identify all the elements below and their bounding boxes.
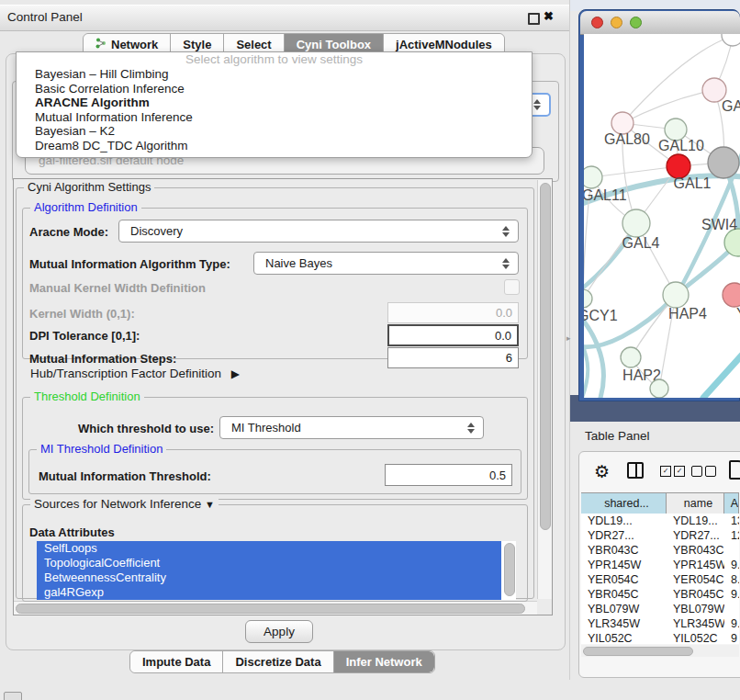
manual-kernel-label: Manual Kernel Width Definition <box>29 281 206 295</box>
dpi-tolerance-field[interactable]: 0.0 <box>387 324 519 346</box>
kernel-width-field[interactable]: 0.0 <box>387 302 519 323</box>
table-row[interactable]: YBR045CYBR045C9. <box>581 587 739 602</box>
dpi-tolerance-label: DPI Tolerance [0,1]: <box>29 329 140 343</box>
control-panel-window: Control Panel ✖ NetworkStyleSelectCyni T… <box>0 0 570 680</box>
table-cell: YIL052C <box>667 631 724 644</box>
table-row[interactable]: YER054CYER054C8. <box>581 572 739 587</box>
table-cell <box>724 543 739 558</box>
attribute-item[interactable]: SelfLoops <box>37 541 516 556</box>
tab-label: Select <box>236 38 271 51</box>
table-row[interactable]: YPR145WYPR145W9. <box>581 558 739 572</box>
network-node[interactable] <box>650 379 668 398</box>
network-node[interactable] <box>722 34 740 46</box>
table-header: shared...nameA <box>581 492 739 514</box>
data-attributes-list[interactable]: SelfLoopsTopologicalCoefficientBetweenne… <box>37 541 516 600</box>
splitter-arrow-icon[interactable]: ▸ <box>566 333 571 343</box>
screen: Control Panel ✖ NetworkStyleSelectCyni T… <box>0 0 740 700</box>
table-row[interactable]: YBL079WYBL079W <box>581 602 739 616</box>
mi-type-combo[interactable]: Naive Bayes <box>253 252 519 275</box>
sources-title-label: Sources for Network Inference <box>34 497 201 511</box>
dropdown-item[interactable]: Dream8 DC_TDC Algorithm <box>31 139 532 153</box>
dropdown-prompt: Select algorithm to view settings <box>17 52 532 67</box>
zoom-traffic-light[interactable] <box>630 17 642 28</box>
node-label: GCY1 <box>584 308 618 323</box>
table-row[interactable]: YIL052CYIL052C9 <box>581 631 739 644</box>
checked-boxes-icon[interactable]: ✓ ✓ <box>660 466 685 477</box>
dropdown-item[interactable]: ARACNE Algorithm <box>31 96 532 110</box>
aracne-mode-combo[interactable]: Discovery <box>118 220 519 243</box>
tab-infer-network[interactable]: Infer Network <box>333 651 434 672</box>
combo-spinner-icon <box>533 99 541 110</box>
which-threshold-combo[interactable]: MI Threshold <box>219 416 484 439</box>
chevron-down-icon: ▼ <box>205 499 215 510</box>
float-icon[interactable] <box>528 13 540 25</box>
table-row[interactable]: YDL19...YDL19...13 <box>581 514 739 528</box>
table-hscrollbar[interactable] <box>581 645 739 657</box>
dropdown-item[interactable]: Mutual Information Inference <box>31 110 532 125</box>
table-cell: YPR145W <box>581 558 667 572</box>
mi-threshold-value: 0.5 <box>489 469 506 482</box>
table-cell: YDR27... <box>667 528 724 543</box>
minimized-window-icon[interactable] <box>4 692 22 700</box>
network-edge[interactable] <box>584 243 738 347</box>
gear-icon[interactable]: ⚙ <box>594 461 610 482</box>
minimize-traffic-light[interactable] <box>611 17 622 28</box>
dropdown-item[interactable]: Basic Correlation Inference <box>31 82 532 96</box>
network-edge[interactable] <box>622 90 714 123</box>
attribute-item[interactable]: gal4RGexp <box>37 585 516 600</box>
table-panel-body: ⚙ ✓ ✓ shared...nameA YDL19...YDL19...13Y… <box>578 451 740 678</box>
unchecked-boxes-icon[interactable] <box>691 466 716 477</box>
node-label: GAL1 <box>674 175 712 191</box>
mi-threshold-title: MI Threshold Definition <box>37 442 166 456</box>
mi-type-label: Mutual Information Algorithm Type: <box>29 257 230 271</box>
mi-steps-field[interactable]: 6 <box>387 347 519 368</box>
attribute-item[interactable]: BetweennessCentrality <box>37 570 516 585</box>
attributes-vscrollbar[interactable] <box>501 541 516 600</box>
settings-vscrollbar[interactable] <box>537 180 552 599</box>
network-node-y[interactable] <box>723 283 740 307</box>
column-header-name[interactable]: name <box>667 493 724 514</box>
network-edge[interactable] <box>703 351 740 398</box>
attribute-item[interactable]: TopologicalCoefficient <box>37 556 516 570</box>
table-row[interactable]: YLR345WYLR345W9. <box>581 616 739 631</box>
columns-icon[interactable] <box>627 462 644 479</box>
network-node-gal4[interactable] <box>622 209 650 237</box>
network-node-hap2[interactable] <box>621 347 641 367</box>
network-node-hap4[interactable] <box>663 282 689 308</box>
mi-threshold-field[interactable]: 0.5 <box>385 464 512 486</box>
column-header-shared...[interactable]: shared... <box>581 493 667 514</box>
table-row[interactable]: YDR27...YDR27...12 <box>581 528 739 543</box>
sources-title[interactable]: Sources for Network Inference ▼ <box>30 497 219 511</box>
network-node-gal11[interactable] <box>584 166 602 188</box>
table-cell: YLR345W <box>667 616 724 631</box>
manual-kernel-checkbox[interactable] <box>504 279 520 295</box>
table-cell: 8. <box>724 572 739 587</box>
control-panel-titlebar[interactable]: Control Panel ✖ <box>0 5 569 31</box>
control-panel-title: Control Panel <box>7 10 83 24</box>
table-cell: YER054C <box>581 572 667 587</box>
settings-hscrollbar[interactable] <box>14 601 537 615</box>
tab-discretize-data[interactable]: Discretize Data <box>222 651 332 672</box>
apply-button[interactable]: Apply <box>245 620 313 643</box>
table-cell: YLR345W <box>581 616 667 631</box>
network-canvas[interactable]: GAL2GAL80GAL10GAL1GAL11GAL4SWI4GCY1HAP4Y… <box>584 34 740 398</box>
network-window-titlebar[interactable] <box>580 11 740 35</box>
node-label: HAP4 <box>668 306 707 322</box>
table-cell: 12 <box>724 528 739 543</box>
which-threshold-label: Which threshold to use: <box>78 422 214 435</box>
network-edge[interactable] <box>591 166 678 177</box>
dropdown-item[interactable]: Bayesian – Hill Climbing <box>31 67 532 82</box>
close-traffic-light[interactable] <box>591 17 603 28</box>
dropdown-item[interactable]: Bayesian – K2 <box>31 124 532 139</box>
apply-button-label: Apply <box>263 625 295 638</box>
data-attributes-label: Data Attributes <box>29 525 115 539</box>
network-node-gcy1[interactable] <box>584 289 592 308</box>
document-icon[interactable] <box>729 460 740 480</box>
hub-definition-toggle[interactable]: Hub/Transcription Factor Definition ▶ <box>30 367 240 380</box>
node-label: GAL80 <box>604 131 650 147</box>
table-row[interactable]: YBR043CYBR043C <box>581 543 739 558</box>
column-header-A[interactable]: A <box>724 493 739 514</box>
network-node[interactable] <box>708 147 739 178</box>
close-icon[interactable]: ✖ <box>544 9 554 23</box>
tab-impute-data[interactable]: Impute Data <box>130 651 222 672</box>
